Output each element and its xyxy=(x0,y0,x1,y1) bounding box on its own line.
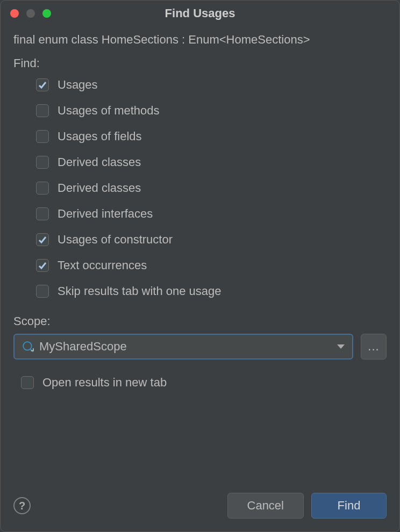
option-label: Usages of fields xyxy=(58,130,142,143)
checkbox[interactable] xyxy=(36,130,49,143)
window-controls xyxy=(10,9,51,18)
option-label: Usages of methods xyxy=(58,104,160,118)
window-title: Find Usages xyxy=(165,6,235,20)
option-label: Skip results tab with one usage xyxy=(58,284,222,298)
option-label: Usages of constructor xyxy=(58,233,173,247)
option-usages-constructor[interactable]: Usages of constructor xyxy=(36,233,387,247)
scope-row: MySharedScope ... xyxy=(13,334,387,360)
option-usages-methods[interactable]: Usages of methods xyxy=(36,104,387,118)
svg-point-0 xyxy=(23,342,31,350)
scope-icon xyxy=(22,341,34,353)
checkbox[interactable] xyxy=(36,104,49,117)
option-label: Derived classes xyxy=(58,181,141,195)
option-derived-classes[interactable]: Derived classes xyxy=(36,181,387,195)
close-window-button[interactable] xyxy=(10,9,19,18)
maximize-window-button[interactable] xyxy=(42,9,51,18)
dialog-content: final enum class HomeSections : Enum<Hom… xyxy=(1,26,399,531)
find-label: Find: xyxy=(13,56,387,70)
scope-more-button[interactable]: ... xyxy=(361,334,387,360)
titlebar: Find Usages xyxy=(1,1,399,26)
option-usages-fields[interactable]: Usages of fields xyxy=(36,130,387,143)
option-label: Open results in new tab xyxy=(42,376,167,390)
open-new-tab-option[interactable]: Open results in new tab xyxy=(13,376,387,390)
option-derived-interfaces[interactable]: Derived interfaces xyxy=(36,207,387,221)
minimize-window-button[interactable] xyxy=(26,9,35,18)
scope-label: Scope: xyxy=(13,314,387,328)
option-label: Derived classes xyxy=(58,155,141,169)
find-button[interactable]: Find xyxy=(311,493,387,519)
target-signature: final enum class HomeSections : Enum<Hom… xyxy=(13,33,387,47)
scope-value: MySharedScope xyxy=(39,340,332,354)
option-derived-classes[interactable]: Derived classes xyxy=(36,155,387,169)
option-label: Derived interfaces xyxy=(58,207,153,221)
checkbox[interactable] xyxy=(36,285,49,298)
option-text-occurrences[interactable]: Text occurrences xyxy=(36,258,387,272)
scope-select[interactable]: MySharedScope xyxy=(13,334,353,360)
help-button[interactable]: ? xyxy=(13,497,31,514)
option-usages[interactable]: Usages xyxy=(36,78,387,92)
dialog-footer: ? Cancel Find xyxy=(13,493,387,519)
checkbox[interactable] xyxy=(36,259,49,272)
checkbox[interactable] xyxy=(36,78,49,91)
option-skip-results-tab[interactable]: Skip results tab with one usage xyxy=(36,284,387,298)
option-label: Text occurrences xyxy=(58,258,147,272)
chevron-down-icon xyxy=(337,344,345,349)
checkbox[interactable] xyxy=(36,182,49,195)
checkbox[interactable] xyxy=(36,207,49,220)
checkbox[interactable] xyxy=(21,376,34,389)
checkbox[interactable] xyxy=(36,156,49,169)
find-options: Usages Usages of methods Usages of field… xyxy=(13,78,387,298)
checkbox[interactable] xyxy=(36,233,49,246)
cancel-button[interactable]: Cancel xyxy=(227,493,304,519)
option-label: Usages xyxy=(58,78,98,92)
